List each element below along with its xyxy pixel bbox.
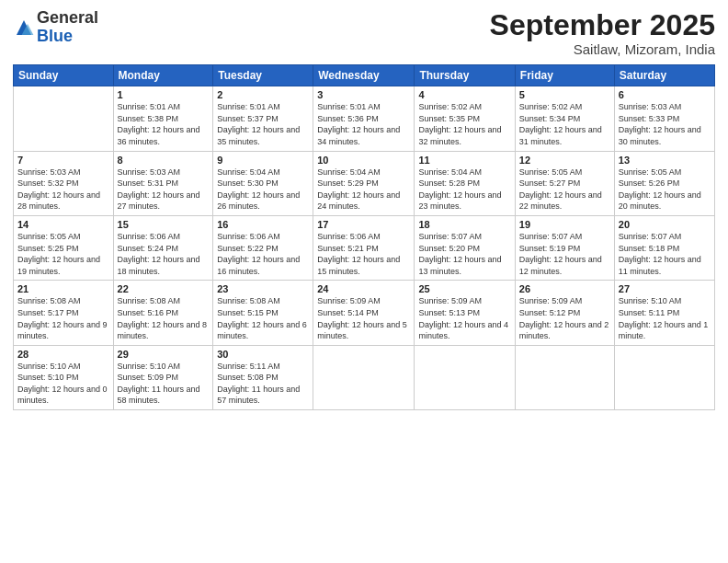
day-number: 17 — [317, 219, 410, 230]
weekday-header: Tuesday — [213, 65, 313, 86]
day-info: Sunrise: 5:04 AMSunset: 5:30 PMDaylight:… — [217, 167, 309, 213]
day-number: 11 — [418, 155, 510, 166]
calendar-week-row: 14Sunrise: 5:05 AMSunset: 5:25 PMDayligh… — [14, 215, 715, 280]
calendar-cell: 17Sunrise: 5:06 AMSunset: 5:21 PMDayligh… — [313, 215, 415, 280]
day-number: 10 — [317, 155, 410, 166]
calendar-cell: 8Sunrise: 5:03 AMSunset: 5:31 PMDaylight… — [113, 151, 213, 215]
calendar-header-row: SundayMondayTuesdayWednesdayThursdayFrid… — [14, 65, 715, 86]
day-info: Sunrise: 5:08 AMSunset: 5:15 PMDaylight:… — [217, 295, 309, 341]
month-title: September 2025 — [490, 9, 715, 41]
day-number: 20 — [619, 219, 711, 230]
calendar-cell: 2Sunrise: 5:01 AMSunset: 5:37 PMDaylight… — [213, 86, 313, 151]
calendar-cell: 18Sunrise: 5:07 AMSunset: 5:20 PMDayligh… — [415, 215, 515, 280]
calendar-cell — [614, 345, 714, 409]
day-info: Sunrise: 5:09 AMSunset: 5:14 PMDaylight:… — [317, 295, 410, 341]
page: General Blue September 2025 Saitlaw, Miz… — [0, 0, 728, 563]
day-number: 14 — [17, 219, 109, 230]
day-number: 1 — [118, 89, 210, 100]
calendar-cell: 27Sunrise: 5:10 AMSunset: 5:11 PMDayligh… — [614, 281, 714, 345]
logo-general: General — [37, 9, 98, 28]
calendar-cell: 4Sunrise: 5:02 AMSunset: 5:35 PMDaylight… — [415, 86, 515, 151]
day-info: Sunrise: 5:07 AMSunset: 5:19 PMDaylight:… — [519, 231, 610, 277]
header: General Blue September 2025 Saitlaw, Miz… — [13, 9, 715, 57]
day-number: 29 — [118, 349, 210, 360]
calendar-cell: 15Sunrise: 5:06 AMSunset: 5:24 PMDayligh… — [113, 215, 213, 280]
day-info: Sunrise: 5:08 AMSunset: 5:16 PMDaylight:… — [118, 295, 210, 341]
location: Saitlaw, Mizoram, India — [490, 41, 715, 57]
day-info: Sunrise: 5:10 AMSunset: 5:09 PMDaylight:… — [118, 361, 210, 407]
calendar-cell: 25Sunrise: 5:09 AMSunset: 5:13 PMDayligh… — [415, 281, 515, 345]
logo: General Blue — [13, 9, 98, 46]
day-info: Sunrise: 5:10 AMSunset: 5:10 PMDaylight:… — [17, 361, 109, 407]
weekday-header: Monday — [113, 65, 213, 86]
day-number: 8 — [118, 155, 210, 166]
day-info: Sunrise: 5:09 AMSunset: 5:12 PMDaylight:… — [519, 295, 610, 341]
day-info: Sunrise: 5:03 AMSunset: 5:31 PMDaylight:… — [118, 167, 210, 213]
logo-icon — [13, 17, 35, 39]
day-info: Sunrise: 5:03 AMSunset: 5:32 PMDaylight:… — [17, 167, 109, 213]
calendar-cell: 29Sunrise: 5:10 AMSunset: 5:09 PMDayligh… — [113, 345, 213, 409]
calendar-cell: 11Sunrise: 5:04 AMSunset: 5:28 PMDayligh… — [415, 151, 515, 215]
day-info: Sunrise: 5:07 AMSunset: 5:18 PMDaylight:… — [619, 231, 711, 277]
calendar-cell: 1Sunrise: 5:01 AMSunset: 5:38 PMDaylight… — [113, 86, 213, 151]
day-number: 23 — [217, 283, 309, 294]
calendar-week-row: 28Sunrise: 5:10 AMSunset: 5:10 PMDayligh… — [14, 345, 715, 409]
calendar-cell: 13Sunrise: 5:05 AMSunset: 5:26 PMDayligh… — [614, 151, 714, 215]
day-info: Sunrise: 5:06 AMSunset: 5:22 PMDaylight:… — [217, 231, 309, 277]
day-info: Sunrise: 5:01 AMSunset: 5:37 PMDaylight:… — [217, 101, 309, 147]
day-info: Sunrise: 5:05 AMSunset: 5:26 PMDaylight:… — [619, 167, 711, 213]
day-number: 26 — [519, 283, 610, 294]
calendar-cell — [14, 86, 114, 151]
calendar-cell: 7Sunrise: 5:03 AMSunset: 5:32 PMDaylight… — [14, 151, 114, 215]
logo-blue: Blue — [37, 28, 98, 46]
calendar-body: 1Sunrise: 5:01 AMSunset: 5:38 PMDaylight… — [14, 86, 715, 410]
day-info: Sunrise: 5:01 AMSunset: 5:38 PMDaylight:… — [118, 101, 210, 147]
calendar-cell: 30Sunrise: 5:11 AMSunset: 5:08 PMDayligh… — [213, 345, 313, 409]
day-number: 25 — [418, 283, 510, 294]
calendar-cell: 19Sunrise: 5:07 AMSunset: 5:19 PMDayligh… — [515, 215, 614, 280]
day-info: Sunrise: 5:08 AMSunset: 5:17 PMDaylight:… — [17, 295, 109, 341]
day-number: 16 — [217, 219, 309, 230]
day-info: Sunrise: 5:04 AMSunset: 5:28 PMDaylight:… — [418, 167, 510, 213]
weekday-header: Saturday — [614, 65, 714, 86]
day-info: Sunrise: 5:11 AMSunset: 5:08 PMDaylight:… — [217, 361, 309, 407]
calendar-cell: 28Sunrise: 5:10 AMSunset: 5:10 PMDayligh… — [14, 345, 114, 409]
day-number: 15 — [118, 219, 210, 230]
day-number: 7 — [17, 155, 109, 166]
calendar-cell: 23Sunrise: 5:08 AMSunset: 5:15 PMDayligh… — [213, 281, 313, 345]
calendar-cell: 3Sunrise: 5:01 AMSunset: 5:36 PMDaylight… — [313, 86, 415, 151]
day-number: 27 — [619, 283, 711, 294]
calendar-cell: 20Sunrise: 5:07 AMSunset: 5:18 PMDayligh… — [614, 215, 714, 280]
calendar-cell: 12Sunrise: 5:05 AMSunset: 5:27 PMDayligh… — [515, 151, 614, 215]
day-number: 22 — [118, 283, 210, 294]
day-number: 5 — [519, 89, 610, 100]
calendar-cell: 21Sunrise: 5:08 AMSunset: 5:17 PMDayligh… — [14, 281, 114, 345]
calendar-cell: 9Sunrise: 5:04 AMSunset: 5:30 PMDaylight… — [213, 151, 313, 215]
day-number: 2 — [217, 89, 309, 100]
day-info: Sunrise: 5:04 AMSunset: 5:29 PMDaylight:… — [317, 167, 410, 213]
day-info: Sunrise: 5:07 AMSunset: 5:20 PMDaylight:… — [418, 231, 510, 277]
day-number: 9 — [217, 155, 309, 166]
weekday-header: Thursday — [415, 65, 515, 86]
title-block: September 2025 Saitlaw, Mizoram, India — [490, 9, 715, 57]
day-number: 28 — [17, 349, 109, 360]
day-number: 24 — [317, 283, 410, 294]
day-number: 13 — [619, 155, 711, 166]
calendar-cell: 14Sunrise: 5:05 AMSunset: 5:25 PMDayligh… — [14, 215, 114, 280]
calendar-cell: 10Sunrise: 5:04 AMSunset: 5:29 PMDayligh… — [313, 151, 415, 215]
day-info: Sunrise: 5:05 AMSunset: 5:25 PMDaylight:… — [17, 231, 109, 277]
weekday-header: Sunday — [14, 65, 114, 86]
day-number: 18 — [418, 219, 510, 230]
calendar-week-row: 21Sunrise: 5:08 AMSunset: 5:17 PMDayligh… — [14, 281, 715, 345]
calendar-cell: 22Sunrise: 5:08 AMSunset: 5:16 PMDayligh… — [113, 281, 213, 345]
day-number: 4 — [418, 89, 510, 100]
weekday-header: Wednesday — [313, 65, 415, 86]
day-info: Sunrise: 5:03 AMSunset: 5:33 PMDaylight:… — [619, 101, 711, 147]
calendar-week-row: 1Sunrise: 5:01 AMSunset: 5:38 PMDaylight… — [14, 86, 715, 151]
day-info: Sunrise: 5:09 AMSunset: 5:13 PMDaylight:… — [418, 295, 510, 341]
calendar-cell: 24Sunrise: 5:09 AMSunset: 5:14 PMDayligh… — [313, 281, 415, 345]
weekday-header: Friday — [515, 65, 614, 86]
day-info: Sunrise: 5:06 AMSunset: 5:24 PMDaylight:… — [118, 231, 210, 277]
calendar: SundayMondayTuesdayWednesdayThursdayFrid… — [13, 64, 715, 410]
calendar-cell: 16Sunrise: 5:06 AMSunset: 5:22 PMDayligh… — [213, 215, 313, 280]
